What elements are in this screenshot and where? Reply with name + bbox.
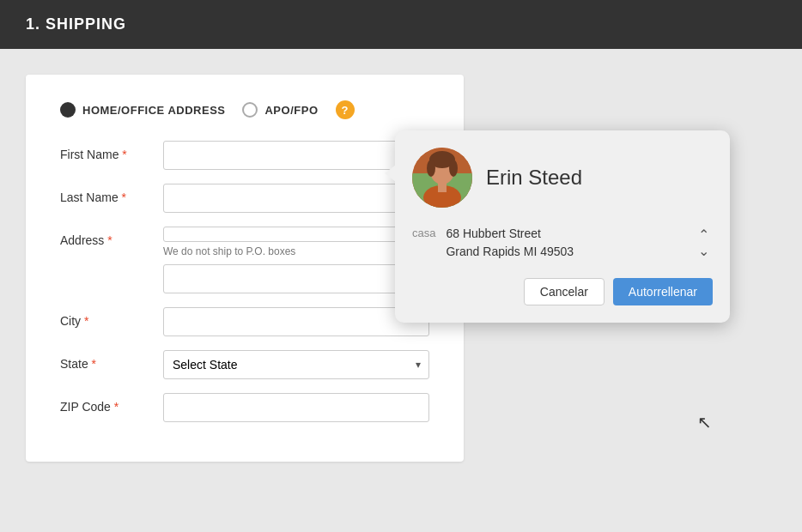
required-star: * [84,314,88,328]
svg-point-4 [427,160,435,177]
state-label: State * [60,350,163,371]
autofill-button[interactable]: Autorrellenar [613,278,713,305]
required-star: * [122,148,126,161]
last-name-row: Last Name * [60,184,429,213]
state-select[interactable]: Select State Alabama Alaska Michigan [163,350,429,379]
zip-row: ZIP Code * [60,393,429,422]
address-type-group: HOME/OFFICE ADDRESS APO/FPO ? [60,100,429,119]
address-wrapper: We do not ship to P.O. boxes [163,227,429,293]
radio-home[interactable]: HOME/OFFICE ADDRESS [60,102,225,118]
user-name: Erin Steed [486,166,582,190]
svg-point-5 [449,160,458,177]
radio-home-label: HOME/OFFICE ADDRESS [82,104,225,117]
address2-input[interactable] [163,264,429,293]
radio-apo-label: APO/FPO [264,104,318,117]
step-label: 1. [26,15,40,33]
address-hint: We do not ship to P.O. boxes [163,245,429,257]
first-name-row: First Name * [60,141,429,170]
popup-header: Erin Steed [412,148,713,208]
content-area: HOME/OFFICE ADDRESS APO/FPO ? First Name… [0,49,802,487]
address-text: 68 Hubbert Street Grand Rapids MI 49503 [446,225,684,261]
autofill-popup: Erin Steed casa 68 Hubbert Street Grand … [395,130,730,323]
city-input[interactable] [163,307,429,336]
required-star: * [122,190,126,204]
required-star: * [114,400,118,414]
address-row: Address * We do not ship to P.O. boxes [60,227,429,293]
last-name-input[interactable] [163,184,429,213]
state-select-wrapper: Select State Alabama Alaska Michigan ▾ [163,350,429,379]
popup-actions: Cancelar Autorrellenar [412,278,713,305]
address-line2: Grand Rapids MI 49503 [446,243,684,261]
city-label: City * [60,307,163,328]
radio-apo[interactable]: APO/FPO [242,102,318,118]
city-row: City * [60,307,429,336]
page-title: SHIPPING [46,15,126,33]
stepper-icon[interactable]: ⌃⌄ [695,225,713,261]
required-star: * [92,357,96,371]
cursor-indicator: ↖ [697,412,712,432]
zip-input[interactable] [163,393,429,422]
required-star: * [107,233,112,247]
svg-rect-7 [438,182,447,192]
radio-apo-circle [242,102,258,118]
page-header: 1. SHIPPING [0,0,802,49]
state-row: State * Select State Alabama Alaska Mich… [60,350,429,379]
avatar [412,148,472,208]
address-type-label: casa [412,225,435,239]
address-info: casa 68 Hubbert Street Grand Rapids MI 4… [412,221,713,264]
zip-label: ZIP Code * [60,393,163,414]
address-line1: 68 Hubbert Street [446,225,684,243]
radio-home-dot [60,102,76,118]
first-name-label: First Name * [60,141,163,161]
address-input[interactable] [163,227,429,242]
address-label: Address * [60,227,163,247]
help-icon[interactable]: ? [336,100,355,119]
last-name-label: Last Name * [60,184,163,204]
cancel-button[interactable]: Cancelar [524,278,605,305]
